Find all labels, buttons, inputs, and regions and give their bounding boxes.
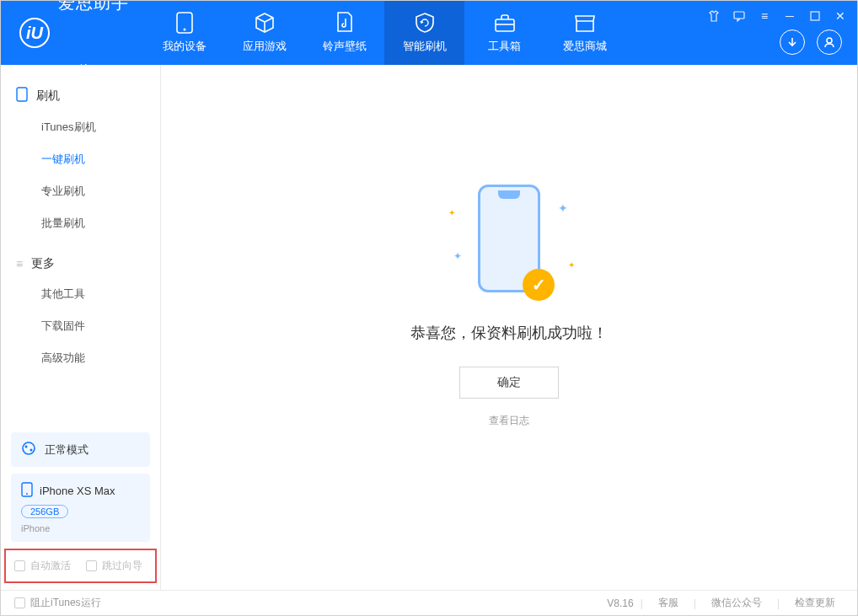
sidebar-item-download-firmware[interactable]: 下载固件 xyxy=(1,310,160,342)
device-name: iPhone XS Max xyxy=(40,485,115,497)
cube-icon xyxy=(254,12,276,34)
version-label: V8.16 xyxy=(607,597,633,609)
device-type: iPhone xyxy=(21,523,50,533)
sidebar-section-flash[interactable]: 刷机 xyxy=(1,80,160,111)
app-logo: iU 爱思助手 www.i4.cn xyxy=(1,0,144,72)
section-title: 刷机 xyxy=(36,88,60,104)
sidebar: 刷机 iTunes刷机 一键刷机 专业刷机 批量刷机 ≡ 更多 其他工具 下载固… xyxy=(1,65,161,590)
minimize-button[interactable]: ─ xyxy=(783,9,796,23)
device-panels: 正常模式 iPhone XS Max 256GB iPhone 自动激活 跳过向… xyxy=(1,426,160,590)
footer-right: V8.16 | 客服 | 微信公众号 | 检查更新 xyxy=(607,596,844,610)
shop-icon xyxy=(574,12,596,34)
mode-icon xyxy=(21,441,36,458)
sidebar-item-other-tools[interactable]: 其他工具 xyxy=(1,278,160,310)
flash-options-highlight: 自动激活 跳过向导 xyxy=(4,549,157,583)
device-card[interactable]: iPhone XS Max 256GB iPhone xyxy=(11,474,150,542)
tab-smart-flash[interactable]: 智能刷机 xyxy=(384,1,464,65)
success-illustration: ✓ ✦ ✦ ✦ ✦ xyxy=(433,176,585,303)
svg-rect-4 xyxy=(734,12,744,19)
svg-point-12 xyxy=(26,493,28,495)
refresh-shield-icon xyxy=(414,12,436,34)
svg-rect-5 xyxy=(811,12,819,20)
svg-point-1 xyxy=(183,29,185,31)
nav-tabs: 我的设备 应用游戏 铃声壁纸 智能刷机 工具箱 爱思商城 xyxy=(144,1,625,65)
tab-label: 应用游戏 xyxy=(243,39,287,54)
sidebar-item-batch-flash[interactable]: 批量刷机 xyxy=(1,207,160,239)
success-message: 恭喜您，保资料刷机成功啦！ xyxy=(410,323,608,343)
mode-label: 正常模式 xyxy=(45,442,88,458)
sidebar-item-pro-flash[interactable]: 专业刷机 xyxy=(1,175,160,207)
user-button[interactable] xyxy=(817,29,842,55)
footer-left: 阻止iTunes运行 xyxy=(14,596,101,610)
check-badge-icon: ✓ xyxy=(523,269,555,301)
tab-ringtones-wallpapers[interactable]: 铃声壁纸 xyxy=(304,1,384,65)
logo-icon: iU xyxy=(19,18,50,48)
sidebar-section-more[interactable]: ≡ 更多 xyxy=(1,249,160,278)
checkbox-icon xyxy=(14,597,25,608)
sparkle-icon: ✦ xyxy=(558,201,568,215)
separator: | xyxy=(641,597,643,609)
svg-point-9 xyxy=(25,446,28,448)
section-title: 更多 xyxy=(31,256,55,271)
checkbox-skip-guide[interactable]: 跳过向导 xyxy=(86,559,142,573)
support-link[interactable]: 客服 xyxy=(650,596,687,610)
checkbox-block-itunes[interactable]: 阻止iTunes运行 xyxy=(14,596,101,610)
tab-apps-games[interactable]: 应用游戏 xyxy=(224,1,304,65)
svg-point-6 xyxy=(827,38,832,43)
sparkle-icon: ✦ xyxy=(453,250,462,262)
tab-label: 爱思商城 xyxy=(563,39,607,54)
svg-rect-2 xyxy=(496,19,514,31)
tab-my-device[interactable]: 我的设备 xyxy=(144,1,224,65)
shirt-icon[interactable] xyxy=(707,9,721,23)
checkbox-label: 阻止iTunes运行 xyxy=(30,596,101,610)
mode-card[interactable]: 正常模式 xyxy=(11,432,150,467)
svg-point-8 xyxy=(23,442,35,454)
logo-text: 爱思助手 www.i4.cn xyxy=(58,0,129,72)
tab-label: 铃声壁纸 xyxy=(323,39,367,54)
sidebar-item-itunes-flash[interactable]: iTunes刷机 xyxy=(1,111,160,143)
app-name: 爱思助手 xyxy=(58,0,129,62)
device-phone-icon xyxy=(21,482,33,500)
close-button[interactable]: ✕ xyxy=(834,9,847,23)
tab-label: 智能刷机 xyxy=(403,39,447,54)
checkbox-label: 自动激活 xyxy=(30,559,71,573)
svg-rect-7 xyxy=(17,88,27,101)
tab-store[interactable]: 爱思商城 xyxy=(544,1,625,65)
window-controls: ≡ ─ ✕ xyxy=(707,9,847,23)
check-update-link[interactable]: 检查更新 xyxy=(786,596,844,610)
checkbox-icon xyxy=(86,560,97,571)
svg-point-10 xyxy=(30,449,33,452)
tab-label: 我的设备 xyxy=(163,39,206,54)
maximize-button[interactable] xyxy=(808,9,822,23)
checkbox-label: 跳过向导 xyxy=(102,559,142,573)
feedback-icon[interactable] xyxy=(732,9,746,23)
separator: | xyxy=(694,597,696,609)
tab-toolbox[interactable]: 工具箱 xyxy=(464,1,544,65)
view-log-link[interactable]: 查看日志 xyxy=(489,414,529,428)
sidebar-item-oneclick-flash[interactable]: 一键刷机 xyxy=(1,143,160,175)
phone-icon xyxy=(16,87,28,104)
sparkle-icon: ✦ xyxy=(568,260,575,270)
separator: | xyxy=(777,597,780,609)
sidebar-item-advanced[interactable]: 高级功能 xyxy=(1,342,160,374)
toolbox-icon xyxy=(494,12,516,34)
download-button[interactable] xyxy=(780,29,805,55)
confirm-button[interactable]: 确定 xyxy=(459,367,559,399)
footer: 阻止iTunes运行 V8.16 | 客服 | 微信公众号 | 检查更新 xyxy=(1,590,857,615)
menu-lines-icon: ≡ xyxy=(16,257,23,271)
sparkle-icon: ✦ xyxy=(448,208,455,217)
main-content: ✓ ✦ ✦ ✦ ✦ 恭喜您，保资料刷机成功啦！ 确定 查看日志 xyxy=(161,65,857,590)
music-file-icon xyxy=(334,12,356,34)
device-icon xyxy=(174,12,196,34)
app-header: iU 爱思助手 www.i4.cn 我的设备 应用游戏 铃声壁纸 智能刷机 工具… xyxy=(1,1,857,65)
checkbox-auto-activate[interactable]: 自动激活 xyxy=(14,559,71,573)
checkbox-icon xyxy=(14,560,25,571)
tab-label: 工具箱 xyxy=(488,39,521,54)
app-body: 刷机 iTunes刷机 一键刷机 专业刷机 批量刷机 ≡ 更多 其他工具 下载固… xyxy=(1,65,857,590)
header-actions xyxy=(780,29,842,55)
capacity-badge: 256GB xyxy=(21,505,68,518)
menu-icon[interactable]: ≡ xyxy=(758,9,771,23)
wechat-link[interactable]: 微信公众号 xyxy=(703,596,770,610)
